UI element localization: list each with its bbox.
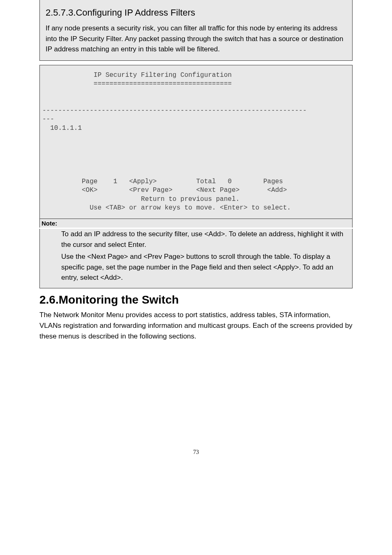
section-body: The Network Monitor Menu provides access… <box>0 310 392 342</box>
page-number: 73 <box>0 449 392 456</box>
intro-box: 2.5.7.3.Configuring IP Address Filters I… <box>39 0 353 61</box>
note-label: Note: <box>39 219 353 228</box>
note-body: To add an IP address to the security fil… <box>39 229 353 288</box>
subsection-title: 2.5.7.3.Configuring IP Address Filters <box>46 7 346 18</box>
note-paragraph-1: To add an IP address to the security fil… <box>61 229 346 250</box>
console-screen: IP Security Filtering Configuration ====… <box>39 65 353 219</box>
note-paragraph-2: Use the <Next Page> and <Prev Page> butt… <box>61 251 346 283</box>
intro-paragraph: If any node presents a security risk, yo… <box>46 23 346 55</box>
section-title: 2.6.Monitoring the Switch <box>0 293 392 306</box>
